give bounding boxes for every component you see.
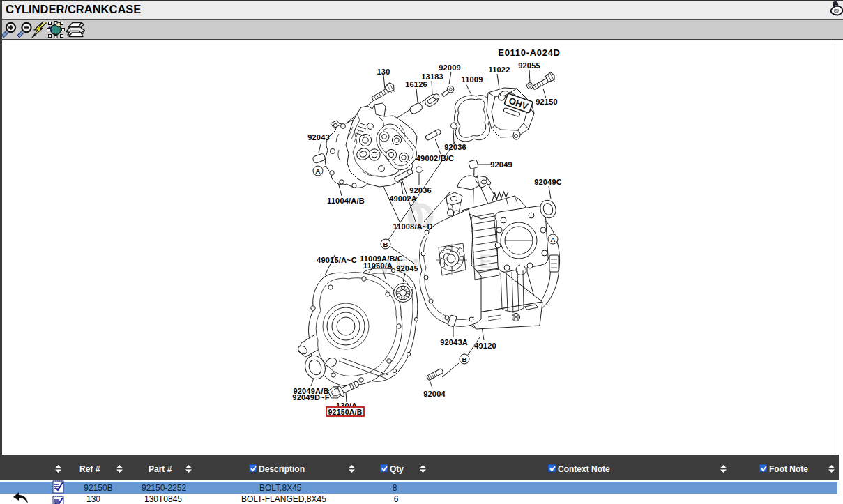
svg-text:A: A (551, 236, 556, 243)
svg-text:92043A: 92043A (440, 338, 468, 346)
svg-text:92150: 92150 (536, 98, 558, 106)
svg-text:16126: 16126 (405, 80, 427, 89)
svg-text:11008/A~D: 11008/A~D (393, 222, 432, 231)
svg-text:A: A (316, 167, 321, 175)
svg-text:49015/A~C: 49015/A~C (317, 256, 357, 264)
svg-text:B: B (383, 240, 388, 248)
svg-text:11009: 11009 (462, 75, 483, 84)
svg-text:92045: 92045 (396, 264, 418, 273)
svg-text:92049: 92049 (490, 160, 512, 169)
svg-text:92049D~F: 92049D~F (292, 393, 329, 402)
svg-text:92004: 92004 (423, 390, 446, 398)
svg-text:92009: 92009 (439, 63, 461, 72)
svg-text:92150A/B: 92150A/B (328, 408, 363, 416)
svg-text:49002A: 49002A (389, 194, 417, 203)
svg-text:92036: 92036 (409, 186, 432, 194)
svg-text:92049C: 92049C (534, 178, 562, 186)
svg-text:11004/A/B: 11004/A/B (327, 197, 365, 205)
svg-text:130: 130 (377, 68, 390, 76)
svg-text:11060/A: 11060/A (363, 261, 393, 270)
svg-text:13183: 13183 (421, 72, 443, 81)
svg-text:49002/B/C: 49002/B/C (416, 154, 454, 162)
svg-text:11022: 11022 (489, 66, 510, 74)
svg-text:92036: 92036 (444, 143, 466, 151)
svg-text:E0110-A024D: E0110-A024D (498, 47, 560, 58)
svg-text:49120: 49120 (474, 342, 496, 350)
svg-text:92055: 92055 (518, 61, 540, 70)
svg-text:B: B (462, 356, 467, 363)
svg-text:92043: 92043 (307, 133, 330, 142)
